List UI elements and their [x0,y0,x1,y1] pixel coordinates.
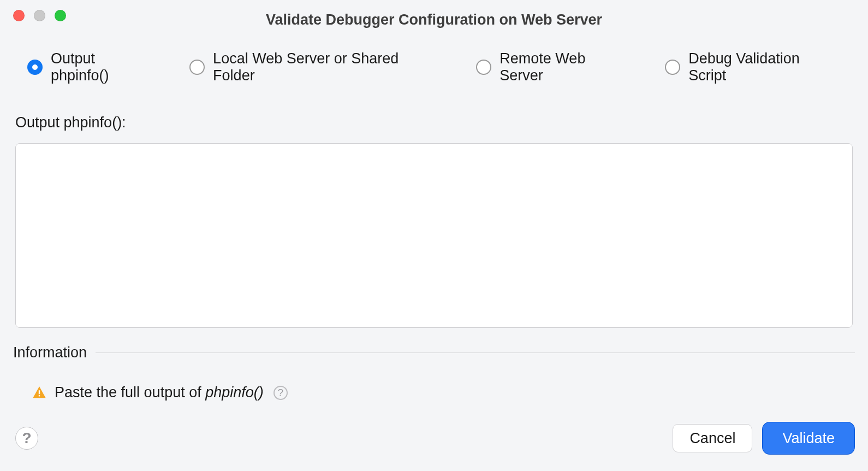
titlebar: Validate Debugger Configuration on Web S… [0,0,868,30]
radio-label: Remote Web Server [500,50,632,84]
radio-icon [27,60,43,75]
svg-rect-0 [39,390,40,394]
information-text: Paste the full output of phpinfo() [55,384,264,401]
radio-output-phpinfo[interactable]: Output phpinfo() [27,50,157,84]
dialog-footer: ? Cancel Validate [0,422,868,455]
cancel-button[interactable]: Cancel [673,424,752,452]
dialog-title: Validate Debugger Configuration on Web S… [11,2,857,28]
warning-icon [32,385,47,401]
close-window-button[interactable] [13,10,25,21]
help-button[interactable]: ? [15,427,38,450]
validate-button[interactable]: Validate [764,424,853,452]
radio-local-web-server[interactable]: Local Web Server or Shared Folder [189,50,443,84]
radio-label: Local Web Server or Shared Folder [213,50,443,84]
phpinfo-output-textarea[interactable] [15,143,853,328]
information-text-emphasis: phpinfo() [205,384,264,401]
window-controls [13,10,66,21]
information-section-header: Information [0,331,868,361]
information-message: Paste the full output of phpinfo() ? [0,361,868,401]
phpinfo-output-label: Output phpinfo(): [0,84,868,138]
context-help-icon[interactable]: ? [274,386,288,400]
radio-icon [189,60,205,75]
maximize-window-button[interactable] [55,10,66,21]
radio-icon [476,60,491,75]
information-section-label: Information [13,344,87,361]
minimize-window-button[interactable] [34,10,45,21]
radio-label: Debug Validation Script [688,50,841,84]
radio-label: Output phpinfo() [51,50,157,84]
radio-icon [665,60,680,75]
radio-remote-web-server[interactable]: Remote Web Server [476,50,632,84]
svg-rect-1 [39,395,40,396]
divider-line [96,352,855,353]
information-text-prefix: Paste the full output of [55,384,205,401]
radio-debug-validation-script[interactable]: Debug Validation Script [665,50,841,84]
validation-mode-radio-group: Output phpinfo() Local Web Server or Sha… [0,30,868,84]
